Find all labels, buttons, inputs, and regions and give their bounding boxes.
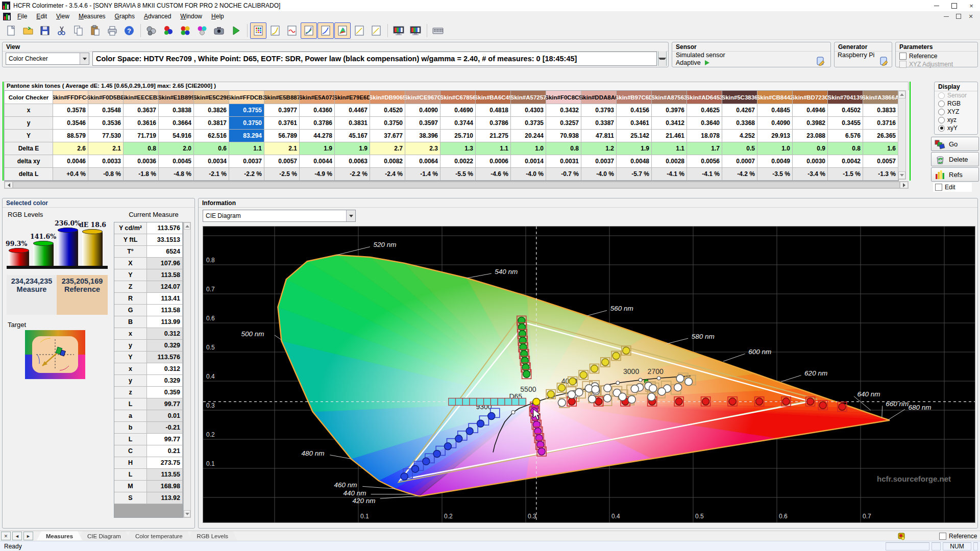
measure-row-value[interactable]: 124.07 xyxy=(147,281,183,293)
save-button[interactable] xyxy=(37,22,53,39)
menu-view[interactable]: View xyxy=(52,12,74,21)
measure-row-value[interactable]: 273.75 xyxy=(147,457,183,469)
measure-cell[interactable]: 88.579 xyxy=(53,130,88,142)
pantone-vscrollbar[interactable] xyxy=(898,90,906,180)
menu-measures[interactable]: Measures xyxy=(74,12,110,21)
skin-column-header[interactable]: Skin#E5C298 xyxy=(194,91,229,104)
measure-cell[interactable]: 26.365 xyxy=(863,130,898,142)
measure-cell[interactable]: -3.4 % xyxy=(793,168,828,181)
measure-cell[interactable]: 2.7 xyxy=(370,142,405,155)
measure-cell[interactable]: 54.916 xyxy=(159,130,194,142)
mdi-restore-button[interactable] xyxy=(952,12,965,20)
measure-cell[interactable]: 1.1 xyxy=(476,142,511,155)
skin-column-header[interactable]: Skin#E1B899 xyxy=(159,91,194,104)
measure-cell[interactable]: -2.2 % xyxy=(335,168,370,181)
measure-cell[interactable]: 0.0056 xyxy=(687,155,722,168)
measure-cell[interactable]: 0.3461 xyxy=(617,117,652,130)
measure-cell[interactable]: 0.8 xyxy=(124,142,159,155)
measure-cell[interactable]: 1.1 xyxy=(229,142,264,155)
cut-button[interactable] xyxy=(54,22,70,39)
measure-row-value[interactable]: 113.576 xyxy=(147,222,183,234)
skin-column-header[interactable]: Skin#A57257 xyxy=(511,91,546,104)
new-document-button[interactable] xyxy=(3,22,19,39)
refs-button[interactable]: Refs xyxy=(931,167,979,182)
measure-cell[interactable]: 0.3548 xyxy=(88,104,124,117)
measure-cell[interactable]: 0.0057 xyxy=(264,155,300,168)
measure-cell[interactable]: 2.1 xyxy=(88,142,124,155)
measure-cell[interactable]: -2.1 % xyxy=(194,168,229,181)
close-button[interactable]: × xyxy=(963,0,980,11)
measure-cell[interactable]: 0.9 xyxy=(793,142,828,155)
measure-cell[interactable]: 0.4156 xyxy=(617,104,652,117)
measure-cell[interactable]: 47.811 xyxy=(581,130,617,142)
measure-row-value[interactable]: 168.98 xyxy=(147,481,183,492)
menu-graphs[interactable]: Graphs xyxy=(110,12,139,21)
go-button[interactable]: Go xyxy=(931,137,979,151)
measure-cell[interactable]: 0.0034 xyxy=(194,155,229,168)
measure-row-value[interactable]: 0.359 xyxy=(147,387,183,398)
measure-row-value[interactable]: 113.58 xyxy=(147,269,183,281)
measure-cell[interactable]: 0.3597 xyxy=(405,117,440,130)
maximize-button[interactable] xyxy=(945,0,963,11)
doc-curves-button[interactable] xyxy=(301,22,317,39)
measure-row-value[interactable]: -0.21 xyxy=(147,422,183,434)
scroll-up-icon[interactable] xyxy=(184,222,190,230)
tab-cie-diagram[interactable]: CIE Diagram xyxy=(78,531,130,540)
measure-cell[interactable]: 1.7 xyxy=(687,142,722,155)
measure-cell[interactable]: -4.8 % xyxy=(159,168,194,181)
measure-cell[interactable]: 0.4520 xyxy=(370,104,405,117)
measure-cell[interactable]: -4.0 % xyxy=(581,168,617,181)
colorimeter-icon[interactable] xyxy=(897,532,905,540)
measure-cell[interactable]: 0.0006 xyxy=(476,155,511,168)
sensor-run-icon[interactable] xyxy=(705,60,709,65)
skin-column-header[interactable]: Skin#FFDCB2 xyxy=(229,91,264,104)
measure-cell[interactable]: -1.5 % xyxy=(828,168,863,181)
camera-button[interactable] xyxy=(211,22,227,39)
copy-button[interactable] xyxy=(70,22,87,39)
measure-cell[interactable]: -1.4 % xyxy=(405,168,440,181)
measure-cell[interactable]: 0.0057 xyxy=(863,155,898,168)
measure-cell[interactable]: 45.167 xyxy=(335,130,370,142)
measure-cell[interactable]: 1.2 xyxy=(581,142,617,155)
measure-cell[interactable]: 0.0082 xyxy=(370,155,405,168)
measure-cell[interactable]: -4.1 % xyxy=(687,168,722,181)
measure-cell[interactable]: 1.0 xyxy=(757,142,793,155)
sensor-cluster-button[interactable] xyxy=(143,22,160,39)
measure-cell[interactable]: 0.3640 xyxy=(687,117,722,130)
measure-cell[interactable]: -1.3 % xyxy=(863,168,898,181)
measure-cell[interactable]: 71.719 xyxy=(124,130,159,142)
measure-cell[interactable]: 25.710 xyxy=(440,130,476,142)
measure-row-value[interactable]: 107.96 xyxy=(147,258,183,269)
display-radio-rgb[interactable]: RGB xyxy=(935,99,977,108)
measure-cell[interactable]: +0.4 % xyxy=(53,168,88,181)
measure-cell[interactable]: 0.3546 xyxy=(53,117,88,130)
pantone-hscrollbar[interactable] xyxy=(4,181,909,189)
corner-header[interactable]: Color Checker xyxy=(5,91,53,104)
minimize-button[interactable] xyxy=(928,0,945,11)
measure-cell[interactable]: 0.0014 xyxy=(511,155,546,168)
measure-row-value[interactable]: 33.1513 xyxy=(147,234,183,246)
measure-cell[interactable]: 0.3817 xyxy=(194,117,229,130)
measure-cell[interactable]: 1.0 xyxy=(511,142,546,155)
edit-checkbox[interactable]: Edit xyxy=(935,184,955,191)
display-radio-xyz[interactable]: XYZ xyxy=(935,108,977,116)
palette-colors-button[interactable] xyxy=(177,22,193,39)
measure-cell[interactable]: -2.4 % xyxy=(370,168,405,181)
measure-cell[interactable]: 0.0022 xyxy=(440,155,476,168)
measure-cell[interactable]: 0.3412 xyxy=(652,117,687,130)
measure-cell[interactable]: 0.3637 xyxy=(124,104,159,117)
measure-cell[interactable]: 0.0028 xyxy=(652,155,687,168)
measure-cell[interactable]: 0.3831 xyxy=(335,117,370,130)
skin-column-header[interactable]: Skin#E5A073 xyxy=(300,91,335,104)
menu-file[interactable]: File xyxy=(13,12,32,21)
measure-cell[interactable]: 23.088 xyxy=(793,130,828,142)
measure-cell[interactable]: 0.3578 xyxy=(53,104,88,117)
skin-column-header[interactable]: Skin#CE967C xyxy=(405,91,440,104)
measure-cell[interactable]: 2.0 xyxy=(159,142,194,155)
mdi-minimize-button[interactable] xyxy=(940,12,952,20)
measure-cell[interactable]: 0.0042 xyxy=(828,155,863,168)
measure-cell[interactable]: 4.252 xyxy=(722,130,757,142)
measure-cell[interactable]: -0.8 % xyxy=(88,168,124,181)
measure-cell[interactable]: 70.938 xyxy=(546,130,581,142)
doc-plain-button[interactable] xyxy=(351,22,368,39)
